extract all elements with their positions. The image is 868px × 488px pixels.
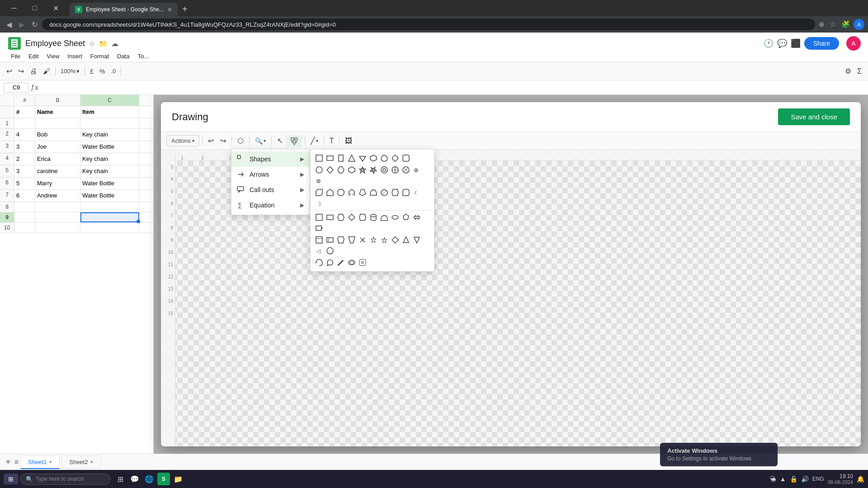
system-tray-icon2[interactable]: ▲ bbox=[780, 475, 786, 483]
menu-tools[interactable]: To... bbox=[134, 52, 152, 61]
save-close-button[interactable]: Save and close bbox=[778, 108, 850, 125]
shape-item[interactable] bbox=[336, 153, 346, 163]
shape-item[interactable] bbox=[314, 223, 324, 233]
shape-item[interactable] bbox=[325, 153, 335, 163]
undo-btn[interactable]: ↩ bbox=[4, 65, 15, 77]
back-button[interactable]: ◀ bbox=[4, 19, 14, 31]
grid-cell[interactable]: 5 bbox=[14, 178, 35, 189]
print-btn[interactable]: 🖨 bbox=[27, 66, 40, 77]
zoom-draw-btn[interactable]: 🔍▾ bbox=[252, 136, 269, 146]
grid-cell[interactable]: 2 bbox=[14, 153, 35, 165]
select-btn[interactable]: ⬡ bbox=[235, 135, 246, 147]
grid-cell[interactable]: 4 bbox=[14, 129, 35, 141]
star-icon[interactable]: ☆ bbox=[828, 19, 838, 30]
shape-item[interactable] bbox=[314, 188, 324, 197]
shape-item[interactable] bbox=[368, 188, 378, 197]
shape-item[interactable] bbox=[358, 153, 368, 163]
grid-cell[interactable]: Item bbox=[80, 106, 139, 118]
shape-item[interactable] bbox=[379, 235, 389, 245]
shape-item[interactable] bbox=[347, 153, 357, 163]
history-btn[interactable]: 🕐 bbox=[764, 38, 774, 48]
shape-item[interactable] bbox=[368, 212, 378, 222]
grid-cell[interactable] bbox=[14, 223, 35, 233]
zoom-btn[interactable]: 100%▾ bbox=[58, 67, 82, 75]
shape-item[interactable] bbox=[336, 188, 346, 197]
shape-item[interactable] bbox=[336, 212, 346, 222]
text-btn[interactable]: T bbox=[327, 135, 337, 147]
add-sheet-btn[interactable]: + bbox=[4, 455, 13, 469]
maximize-button[interactable]: □ bbox=[24, 2, 45, 14]
col-header-b[interactable]: B bbox=[35, 95, 80, 106]
address-input[interactable] bbox=[42, 19, 815, 30]
taskbar-icon-sheets[interactable]: S bbox=[157, 473, 170, 485]
shape-item[interactable] bbox=[390, 188, 400, 197]
shape-item[interactable] bbox=[325, 258, 335, 267]
shape-item[interactable] bbox=[325, 235, 335, 245]
menu-format[interactable]: Format bbox=[87, 52, 113, 61]
grid-cell[interactable]: Water Bottle bbox=[80, 141, 139, 153]
menu-file[interactable]: File bbox=[7, 52, 24, 61]
shape-item[interactable] bbox=[379, 165, 389, 175]
notification-btn[interactable]: 🔔 bbox=[857, 475, 864, 483]
shape-item[interactable] bbox=[336, 235, 346, 245]
actions-btn[interactable]: Actions ▾ bbox=[166, 135, 199, 146]
shape-item[interactable] bbox=[379, 153, 389, 163]
menu-item-callouts[interactable]: Call outs ▶ bbox=[231, 182, 310, 197]
shape-item[interactable] bbox=[314, 153, 324, 163]
col-header-c[interactable]: C bbox=[80, 95, 139, 106]
filter-btn[interactable]: ⚙ bbox=[842, 65, 854, 77]
shape-item[interactable] bbox=[368, 165, 378, 175]
shape-item[interactable] bbox=[379, 212, 389, 222]
shape-item[interactable] bbox=[390, 153, 400, 163]
new-tab-button[interactable]: + bbox=[178, 4, 192, 14]
grid-cell[interactable] bbox=[35, 118, 80, 128]
menu-item-equation[interactable]: ∑ Equation ▶ bbox=[231, 197, 310, 213]
image-btn[interactable]: 🖼 bbox=[342, 135, 355, 147]
grid-cell[interactable] bbox=[14, 118, 35, 128]
shape-item[interactable] bbox=[390, 212, 400, 222]
reload-button[interactable]: ↻ bbox=[29, 19, 40, 31]
doc-title[interactable]: Employee Sheet bbox=[25, 39, 85, 48]
shape-item[interactable] bbox=[314, 258, 324, 267]
shape-item[interactable] bbox=[336, 165, 346, 175]
shape-item[interactable]: ☾ bbox=[412, 188, 422, 197]
system-tray-icon3[interactable]: 🔒 bbox=[790, 475, 797, 483]
grid-cell[interactable]: Marry bbox=[35, 178, 80, 189]
browser-tab[interactable]: S Employee Sheet - Google She... ✕ bbox=[70, 3, 178, 16]
grid-cell[interactable] bbox=[35, 202, 80, 212]
shape-item[interactable] bbox=[325, 246, 335, 256]
paint-format-btn[interactable]: 🖌 bbox=[40, 66, 53, 77]
menu-item-shapes[interactable]: Shapes ▶ bbox=[231, 151, 310, 167]
menu-insert[interactable]: Insert bbox=[64, 52, 86, 61]
move-icon[interactable]: 📁 bbox=[99, 39, 108, 48]
grid-cell[interactable]: caroline bbox=[35, 165, 80, 177]
shape-item[interactable]: ⊕ bbox=[412, 165, 422, 175]
shape-item[interactable] bbox=[412, 212, 422, 222]
taskbar-icon-chrome[interactable]: 🌐 bbox=[143, 473, 156, 485]
shape-item[interactable] bbox=[314, 165, 324, 175]
taskbar-icon-files[interactable]: 📁 bbox=[172, 473, 184, 485]
grid-cell[interactable]: Andrew bbox=[35, 190, 80, 202]
grid-cell[interactable]: Erica bbox=[35, 153, 80, 165]
user-avatar[interactable]: A bbox=[846, 36, 861, 51]
taskbar-icon-chat[interactable]: 💬 bbox=[128, 473, 141, 485]
grid-cell[interactable]: 6 bbox=[14, 190, 35, 202]
system-tray-icon1[interactable]: 🌦 bbox=[770, 475, 776, 483]
star-doc-icon[interactable]: ☆ bbox=[89, 39, 95, 48]
shapes-btn[interactable] bbox=[287, 135, 302, 147]
percent-btn[interactable]: % bbox=[97, 66, 108, 77]
shape-item[interactable] bbox=[347, 188, 357, 197]
share-btn[interactable]: Share bbox=[804, 37, 839, 50]
grid-cell[interactable]: Bob bbox=[35, 129, 80, 141]
grid-cell[interactable]: Key chain bbox=[80, 129, 139, 141]
sum-btn[interactable]: Σ bbox=[854, 66, 864, 77]
grid-cell[interactable]: 3 bbox=[14, 141, 35, 153]
shape-item[interactable] bbox=[325, 212, 335, 222]
grid-cell[interactable] bbox=[80, 223, 139, 233]
shape-item[interactable]: ⊗ bbox=[314, 176, 324, 186]
redo-btn[interactable]: ↪ bbox=[15, 65, 27, 77]
shape-item[interactable] bbox=[336, 258, 346, 267]
col-header-a[interactable]: # bbox=[14, 95, 35, 106]
grid-cell[interactable]: Water Bottle bbox=[80, 190, 139, 202]
shape-item[interactable] bbox=[314, 212, 324, 222]
